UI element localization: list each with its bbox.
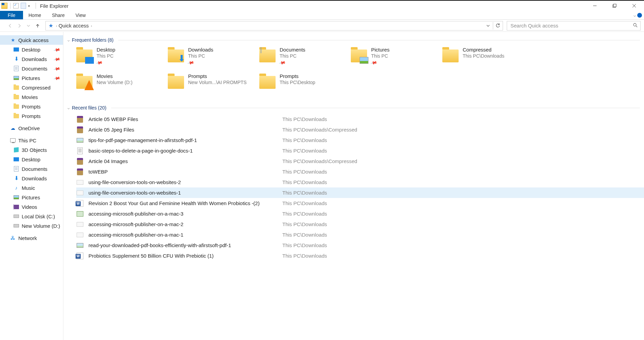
new-folder-icon[interactable]	[21, 3, 26, 9]
nav-label: Prompts	[22, 104, 41, 109]
forward-button[interactable]	[15, 22, 23, 30]
chevron-down-icon[interactable]: ⌵	[67, 106, 70, 110]
file-path: This PC\Downloads	[282, 232, 327, 238]
section-header-frequent[interactable]: ⌵ Frequent folders (8)	[67, 36, 644, 44]
chevron-right-icon[interactable]: ›	[91, 24, 92, 28]
nav-label: Documents	[22, 66, 47, 72]
nav-item[interactable]: Desktop 📌	[0, 45, 63, 54]
nav-item[interactable]: ⬇ Downloads 📌	[0, 54, 63, 64]
file-row[interactable]: read-your-downloaded-pdf-books-efficient…	[76, 240, 644, 251]
chevron-down-icon[interactable]: ⌵	[67, 38, 70, 42]
folder-tile[interactable]: Movies New Volume (D:)	[76, 73, 168, 98]
file-row[interactable]: using-file-conversion-tools-on-websites-…	[76, 177, 644, 187]
folder-tile[interactable]: ⬇ Downloads This PC 📌	[168, 47, 259, 71]
nav-label: Prompts	[22, 113, 41, 119]
star-icon: ★	[10, 37, 16, 43]
file-row[interactable]: Article 05 Jpeg Files This PC\Downloads\…	[76, 124, 644, 135]
address-dropdown-button[interactable]	[483, 21, 493, 30]
nav-quick-access[interactable]: ★ Quick access	[0, 35, 63, 45]
nav-item[interactable]: Documents 📌	[0, 64, 63, 73]
breadcrumb[interactable]: Quick access	[59, 23, 89, 28]
folder-tile[interactable]: Prompts This PC\Desktop	[259, 73, 351, 98]
nav-network[interactable]: 🖧 Network	[0, 233, 63, 243]
file-row[interactable]: Revision 2 Boost Your Gut and Feminine H…	[76, 198, 644, 208]
nav-item[interactable]: Compressed	[0, 83, 63, 92]
search-box[interactable]	[507, 21, 641, 31]
file-row[interactable]: basic-steps-to-delete-a-page-in-google-d…	[76, 145, 644, 156]
folder-tile[interactable]: Documents This PC 📌	[259, 47, 351, 71]
file-row[interactable]: tips-for-pdf-page-management-in-afirstso…	[76, 135, 644, 145]
file-name: basic-steps-to-delete-a-page-in-google-d…	[88, 148, 282, 154]
file-row[interactable]: accessing-microsoft-publisher-on-a-mac-3…	[76, 208, 644, 219]
qat-customize-icon[interactable]: ▾	[28, 4, 32, 7]
nav-item[interactable]: Movies	[0, 92, 63, 102]
address-bar[interactable]: ★ › Quick access ›	[45, 21, 503, 31]
folder-path: This PC\Downloads	[463, 53, 504, 59]
nav-item[interactable]: Prompts	[0, 102, 63, 111]
nav-item[interactable]: Local Disk (C:)	[0, 212, 63, 221]
svg-point-5	[633, 23, 636, 26]
chevron-right-icon[interactable]: ›	[56, 24, 57, 28]
nav-label: This PC	[18, 138, 36, 143]
up-button[interactable]	[34, 22, 42, 30]
folder-tile[interactable]: Prompts New Volum...\AI PROMPTS	[168, 73, 259, 98]
file-name: accessing-microsoft-publisher-on-a-mac-2	[88, 221, 282, 227]
separator	[36, 3, 36, 9]
nav-item[interactable]: ⬇ Downloads	[0, 174, 63, 183]
recent-locations-button[interactable]	[24, 22, 33, 30]
file-row[interactable]: accessing-microsoft-publisher-on-a-mac-2…	[76, 219, 644, 229]
tab-file[interactable]: File	[0, 11, 23, 19]
file-icon	[76, 189, 84, 197]
nav-item[interactable]: Videos	[0, 202, 63, 212]
file-row[interactable]: Article 05 WEBP Files This PC\Downloads	[76, 114, 644, 124]
file-icon	[76, 116, 84, 123]
nav-label: Videos	[22, 204, 37, 210]
tab-view[interactable]: View	[70, 11, 91, 19]
nav-item[interactable]: ♪ Music	[0, 183, 63, 193]
navigation-pane[interactable]: ★ Quick access Desktop 📌 ⬇ Downloads 📌 D…	[0, 32, 63, 340]
folder-path: This PC	[371, 53, 389, 59]
file-icon	[76, 137, 84, 144]
close-button[interactable]	[624, 1, 644, 11]
folder-tile[interactable]: Desktop This PC 📌	[76, 47, 168, 71]
document-icon	[261, 47, 261, 53]
tab-home[interactable]: Home	[23, 11, 46, 19]
file-row[interactable]: accessing-microsoft-publisher-on-a-mac-1…	[76, 229, 644, 240]
minimize-button[interactable]	[585, 1, 605, 11]
file-name: Probiotics Supplement 50 Billion CFU Wit…	[88, 253, 282, 259]
nav-label: Movies	[22, 94, 38, 100]
folder-tile[interactable]: Pictures This PC 📌	[351, 47, 442, 71]
file-row[interactable]: Probiotics Supplement 50 Billion CFU Wit…	[76, 251, 644, 261]
file-row[interactable]: toWEBP This PC\Downloads	[76, 166, 644, 177]
file-row[interactable]: using-file-conversion-tools-on-websites-…	[76, 187, 644, 198]
back-button[interactable]	[6, 22, 14, 30]
nav-item[interactable]: Documents	[0, 164, 63, 174]
nav-item[interactable]: 3D Objects	[0, 145, 63, 155]
nav-item[interactable]: Pictures 📌	[0, 73, 63, 83]
search-input[interactable]	[507, 21, 640, 30]
folder-icon	[14, 104, 19, 109]
maximize-button[interactable]	[605, 1, 624, 11]
nav-this-pc[interactable]: This PC	[0, 136, 63, 145]
search-icon[interactable]	[633, 23, 638, 28]
content-area[interactable]: ⌵ Frequent folders (8) Desktop This PC 📌…	[63, 32, 644, 340]
help-icon[interactable]	[637, 13, 642, 18]
refresh-button[interactable]	[493, 21, 503, 30]
section-header-recent[interactable]: ⌵ Recent files (20)	[67, 104, 644, 112]
tab-share[interactable]: Share	[46, 11, 70, 19]
nav-label: Documents	[22, 166, 47, 172]
nav-onedrive[interactable]: ☁ OneDrive	[0, 123, 63, 133]
nav-item[interactable]: New Volume (D:)	[0, 221, 63, 231]
properties-icon[interactable]	[13, 3, 19, 8]
nav-item[interactable]: Pictures	[0, 193, 63, 202]
file-row[interactable]: Article 04 Images This PC\Downloads\Comp…	[76, 156, 644, 166]
expand-ribbon-icon[interactable]: ⌵	[633, 13, 636, 18]
nav-item[interactable]: Prompts	[0, 111, 63, 121]
disk-icon	[14, 214, 19, 219]
folder-tile[interactable]: Compressed This PC\Downloads	[442, 47, 534, 71]
file-path: This PC\Downloads	[282, 169, 327, 175]
folder-icon	[259, 47, 276, 63]
nav-item[interactable]: Desktop	[0, 155, 63, 164]
nav-label: Pictures	[22, 75, 40, 81]
file-name: Article 05 WEBP Files	[88, 116, 282, 122]
